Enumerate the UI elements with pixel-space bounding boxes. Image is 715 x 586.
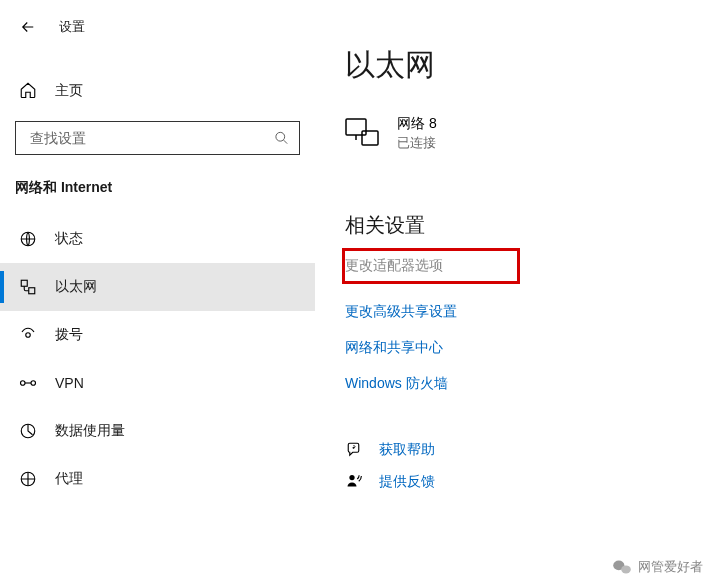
sidebar-item-vpn[interactable]: VPN	[0, 359, 315, 407]
network-name: 网络 8	[397, 114, 437, 134]
link-network-center[interactable]: 网络和共享中心	[345, 339, 715, 357]
svg-rect-9	[346, 119, 366, 135]
nav-list: 状态 以太网 拨号 VPN	[0, 215, 315, 503]
svg-point-5	[21, 381, 26, 386]
data-usage-icon	[19, 422, 37, 440]
nav-label: VPN	[55, 375, 84, 391]
wechat-icon	[612, 559, 632, 575]
home-label: 主页	[55, 82, 83, 100]
nav-label: 以太网	[55, 278, 97, 296]
nav-label: 状态	[55, 230, 83, 248]
search-box[interactable]	[15, 121, 300, 155]
nav-label: 拨号	[55, 326, 83, 344]
give-feedback[interactable]: 提供反馈	[345, 473, 715, 491]
home-icon	[19, 81, 37, 102]
svg-point-12	[349, 475, 354, 480]
svg-point-6	[31, 381, 36, 386]
related-links: 更改适配器选项 更改高级共享设置 网络和共享中心 Windows 防火墙	[345, 251, 715, 393]
watermark: 网管爱好者	[612, 558, 703, 576]
sidebar-item-data-usage[interactable]: 数据使用量	[0, 407, 315, 455]
help-icon	[345, 441, 365, 459]
svg-point-4	[26, 333, 31, 338]
sidebar: 设置 主页 网络和 Internet 状态 以太	[0, 0, 315, 586]
link-firewall[interactable]: Windows 防火墙	[345, 375, 715, 393]
svg-rect-2	[21, 280, 27, 286]
nav-label: 数据使用量	[55, 422, 125, 440]
network-state: 已连接	[397, 134, 437, 152]
main-content: 以太网 网络 8 已连接 相关设置 更改适配器选项 更改高级共享设置 网络和共享…	[315, 0, 715, 586]
watermark-text: 网管爱好者	[638, 558, 703, 576]
arrow-left-icon	[19, 18, 37, 36]
search-input[interactable]	[30, 130, 274, 146]
feedback-link: 提供反馈	[379, 473, 435, 491]
network-status[interactable]: 网络 8 已连接	[345, 114, 715, 152]
get-help[interactable]: 获取帮助	[345, 441, 715, 459]
related-settings-title: 相关设置	[345, 212, 715, 239]
svg-rect-3	[29, 288, 35, 294]
svg-point-14	[621, 565, 631, 573]
sidebar-item-proxy[interactable]: 代理	[0, 455, 315, 503]
back-button[interactable]	[19, 18, 37, 36]
svg-rect-10	[362, 131, 378, 145]
link-adapter-options[interactable]: 更改适配器选项	[345, 251, 517, 281]
settings-title: 设置	[59, 18, 85, 36]
sidebar-item-status[interactable]: 状态	[0, 215, 315, 263]
vpn-icon	[19, 375, 37, 391]
svg-point-0	[276, 132, 285, 141]
feedback-icon	[345, 473, 365, 491]
section-label: 网络和 Internet	[15, 179, 315, 197]
nav-label: 代理	[55, 470, 83, 488]
page-title: 以太网	[345, 45, 715, 86]
search-icon	[274, 130, 289, 146]
sidebar-item-ethernet[interactable]: 以太网	[0, 263, 315, 311]
ethernet-adapter-icon	[345, 118, 379, 148]
home-button[interactable]: 主页	[0, 79, 315, 103]
ethernet-icon	[19, 278, 37, 296]
dialup-icon	[19, 326, 37, 344]
get-help-link: 获取帮助	[379, 441, 435, 459]
sidebar-item-dialup[interactable]: 拨号	[0, 311, 315, 359]
link-sharing-settings[interactable]: 更改高级共享设置	[345, 303, 715, 321]
proxy-icon	[19, 470, 37, 488]
status-icon	[19, 230, 37, 248]
